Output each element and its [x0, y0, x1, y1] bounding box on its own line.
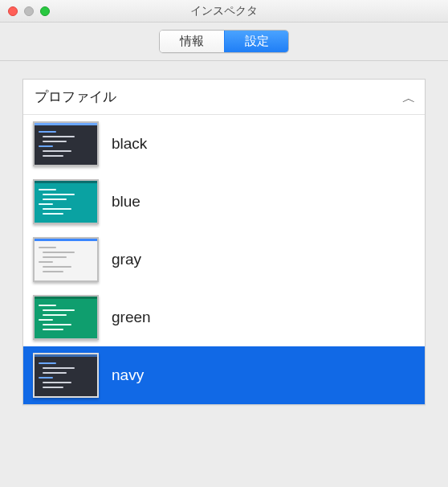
title-bar: インスペクタ: [0, 0, 448, 23]
profile-list: blackbluegraygreennavy: [23, 115, 425, 404]
profile-item-black[interactable]: black: [23, 115, 425, 173]
profiles-section-title: プロファイル: [35, 88, 116, 106]
profile-label: green: [112, 309, 151, 326]
profile-thumbnail: [33, 121, 99, 166]
profile-thumbnail: [33, 295, 99, 340]
profile-label: gray: [112, 251, 141, 268]
profile-label: blue: [112, 193, 141, 211]
profile-thumbnail: [33, 237, 99, 282]
settings-panel: プロファイル 〈 blackbluegraygreennavy: [22, 79, 426, 405]
profile-item-blue[interactable]: blue: [23, 173, 425, 231]
profile-item-gray[interactable]: gray: [23, 231, 425, 289]
profiles-section-header[interactable]: プロファイル 〈: [23, 80, 425, 115]
profile-label: black: [112, 135, 147, 153]
profile-item-navy[interactable]: navy: [23, 346, 425, 404]
tab-settings[interactable]: 設定: [224, 31, 288, 52]
window-title: インスペクタ: [0, 4, 448, 18]
profile-thumbnail: [33, 353, 99, 398]
profile-label: navy: [112, 366, 144, 384]
profile-item-green[interactable]: green: [23, 289, 425, 346]
close-window-button[interactable]: [8, 6, 18, 16]
maximize-window-button[interactable]: [40, 6, 50, 16]
traffic-lights: [0, 6, 50, 16]
segmented-control: 情報 設定: [159, 30, 289, 53]
chevron-up-icon: 〈: [399, 91, 416, 104]
tab-bar: 情報 設定: [0, 23, 448, 61]
profile-thumbnail: [33, 179, 99, 224]
tab-info[interactable]: 情報: [160, 31, 224, 52]
minimize-window-button[interactable]: [24, 6, 34, 16]
